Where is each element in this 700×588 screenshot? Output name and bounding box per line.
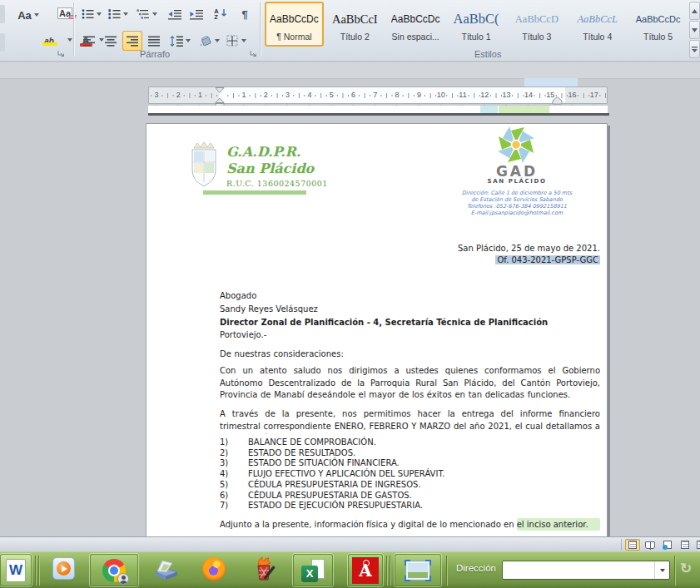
chevron-down-icon: [215, 39, 220, 42]
clear-formatting-button[interactable]: Aa: [55, 3, 78, 23]
list-item: 5)CÉDULA PRESUPUESTARIA DE INGRESOS.: [220, 480, 600, 491]
align-right-button[interactable]: [122, 31, 142, 51]
recipient-line: Abogado: [220, 289, 600, 303]
word-application-window: Aa Aa ab A: [0, 0, 700, 588]
ruler-number: 1: [198, 87, 202, 103]
taskbar-separator: [446, 556, 447, 586]
style-card-0[interactable]: AaBbCcDc¶ Normal: [265, 2, 324, 47]
borders-button[interactable]: [224, 31, 249, 51]
taskbar-burner-button[interactable]: [251, 556, 277, 583]
letterhead-address: Dirección: Calle 1 de diciembre a 50 mts…: [454, 190, 579, 216]
recipient-line: Sandy Reyes Velásquez: [220, 303, 600, 316]
print-layout-view-button[interactable]: [625, 539, 640, 551]
media-player-icon: [52, 557, 75, 580]
style-name: Sin espaci...: [392, 32, 439, 42]
photo-viewer-icon: [406, 561, 429, 580]
document-area: 3211234567891011121314151617: [0, 79, 700, 536]
chevron-down-icon: [186, 39, 191, 42]
style-preview: AaBbCcI: [332, 8, 378, 30]
style-card-3[interactable]: AaBbC(Título 1: [447, 2, 506, 47]
taskbar-separator: [38, 556, 39, 586]
style-preview: AaBbCcD: [515, 8, 559, 30]
ruler-number: 5: [330, 87, 334, 103]
pilcrow-glyph: ¶: [241, 8, 247, 21]
style-card-5[interactable]: AaBbCcLTítulo 4: [568, 2, 627, 47]
web-layout-view-button[interactable]: [660, 539, 675, 551]
list-item-text: ESTADO DE EJECUCIÓN PRESUPUESTARIA.: [248, 501, 423, 511]
text-highlight-color-button[interactable]: ab: [37, 30, 62, 50]
list-item-number: 1): [220, 437, 248, 448]
address-dropdown-button[interactable]: [654, 561, 669, 579]
list-item: 7)ESTADO DE EJECUCIÓN PRESUPUESTARIA.: [220, 501, 600, 511]
taskbar-firefox-button[interactable]: [202, 557, 226, 581]
disc-burner-icon: [251, 556, 277, 583]
font-dialog-launcher[interactable]: [57, 49, 65, 57]
style-name: Título 3: [522, 32, 551, 42]
style-card-2[interactable]: AaBbCcDcSin espaci...: [386, 2, 445, 47]
reference-number: Of. 043-2021-GPSP-GGC: [495, 255, 600, 264]
recipient-block: AbogadoSandy Reyes VelásquezDirector Zon…: [220, 289, 600, 342]
ruler-number: 17: [590, 87, 598, 103]
shading-button[interactable]: [197, 31, 221, 51]
sort-button[interactable]: A Z: [210, 4, 231, 24]
align-left-button[interactable]: [79, 31, 99, 51]
list-item-number: 5): [220, 480, 248, 491]
ruler-number: 3: [154, 87, 158, 103]
taskbar-autocad-button[interactable]: A: [348, 554, 383, 586]
multilevel-list-button[interactable]: [132, 4, 161, 24]
paragraph-dialog-launcher[interactable]: [249, 49, 257, 57]
taskbar-excel-button[interactable]: X: [293, 554, 333, 586]
salutation: De nuestras consideraciones:: [220, 348, 600, 361]
body-paragraph-1: Con un atento saludo nos dirigimos a ust…: [220, 365, 600, 403]
clipped-ribbon-button[interactable]: [0, 33, 5, 52]
gallery-scroll-down-button[interactable]: [689, 21, 700, 39]
clipped-ribbon-button[interactable]: [0, 5, 5, 23]
highlight-fragment: [480, 106, 498, 113]
ruler-number: 7: [373, 87, 377, 103]
horizontal-ruler[interactable]: 3211234567891011121314151617: [148, 86, 608, 104]
chevron-down-icon: [241, 39, 246, 42]
fullscreen-reading-view-button[interactable]: [643, 539, 658, 551]
group-divider: [73, 2, 74, 56]
gallery-scroll-up-button[interactable]: [689, 2, 700, 20]
highlight-artifact: [524, 78, 578, 86]
bullets-button[interactable]: [79, 4, 104, 24]
list-item-text: CÉDULA PRESUPUESTARIA DE GASTOS.: [248, 491, 412, 502]
line-spacing-button[interactable]: [167, 31, 192, 51]
taskbar-photo-viewer-button[interactable]: [395, 554, 441, 586]
address-input[interactable]: [502, 561, 670, 580]
reference-line: Of. 043-2021-GPSP-GGC: [220, 254, 600, 266]
show-paragraph-marks-button[interactable]: ¶: [236, 4, 254, 24]
list-item: 1)BALANCE DE COMPROBACIÓN.: [220, 437, 600, 448]
taskbar-scanner-button[interactable]: [154, 559, 179, 581]
taskbar-media-player-button[interactable]: [52, 557, 75, 580]
change-case-button[interactable]: Aa: [12, 5, 45, 25]
outline-view-button[interactable]: [678, 539, 693, 551]
style-card-1[interactable]: AaBbCcITítulo 2: [325, 2, 385, 47]
taskbar-chrome-button[interactable]: [90, 554, 138, 586]
style-card-6[interactable]: AaBbCcDcTítulo 5: [628, 2, 688, 47]
org-acronym: G.A.D.P.R.: [226, 144, 314, 161]
draft-view-button[interactable]: [693, 539, 700, 551]
previous-page-bottom: [148, 106, 608, 113]
refresh-go-button[interactable]: ↻: [680, 560, 692, 577]
firefox-icon: [202, 557, 226, 581]
numbering-button[interactable]: [106, 4, 131, 24]
status-bar: [0, 536, 700, 551]
justify-button[interactable]: [144, 31, 164, 51]
red-a-compass-icon: A: [352, 557, 379, 584]
taskbar-word-button[interactable]: W: [0, 554, 32, 586]
gallery-more-button[interactable]: [689, 40, 700, 58]
right-indent-marker[interactable]: [552, 96, 563, 105]
increase-indent-button[interactable]: [186, 4, 206, 24]
align-center-button[interactable]: [101, 31, 121, 51]
decrease-indent-button[interactable]: [165, 4, 185, 24]
style-preview: AaBbC(: [454, 8, 499, 30]
style-card-4[interactable]: AaBbCcDTítulo 3: [507, 2, 566, 47]
outline-view-icon: [681, 541, 689, 549]
style-preview: AaBbCcDc: [270, 8, 319, 30]
ruler-number: 2: [176, 87, 181, 103]
text-highlight-dropdown[interactable]: [63, 30, 73, 50]
address-input-field[interactable]: [504, 562, 653, 578]
document-page[interactable]: G.A.D.P.R. San Plácido R.U.C. 1360024570…: [146, 123, 608, 539]
